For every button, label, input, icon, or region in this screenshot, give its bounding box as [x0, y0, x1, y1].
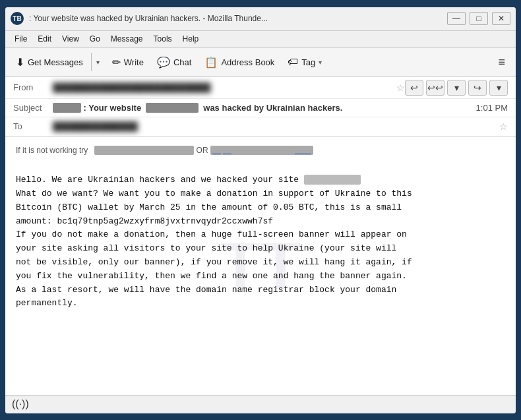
actions-dropdown[interactable]: ▾ [489, 80, 508, 96]
menu-file[interactable]: File [9, 33, 32, 45]
menu-help[interactable]: Help [177, 33, 204, 45]
email-text-body: What do we want? We want you to make a d… [16, 189, 412, 308]
get-messages-label: Get Messages [28, 57, 83, 67]
close-button[interactable]: ✕ [492, 12, 510, 25]
window-title: : Your website was hacked by Ukrainian h… [29, 14, 447, 23]
email-content: Hello. We are Ukrainian hackers and we h… [16, 160, 505, 325]
chat-button[interactable]: 💬 Chat [152, 53, 197, 71]
to-star-icon[interactable]: ☆ [499, 121, 508, 132]
subject-middle-redacted: ████████ [146, 103, 199, 113]
tag-dropdown-icon: ▾ [319, 59, 322, 66]
from-row: From ██████████████████████████ ☆ ↩ ↩↩ ▾… [5, 77, 516, 99]
toolbar: ⬇ Get Messages ▾ ✏ Write 💬 Chat 📋 Addres… [5, 48, 516, 77]
write-button[interactable]: ✏ Write [107, 53, 149, 71]
get-messages-dropdown[interactable]: ▾ [91, 53, 104, 71]
app-icon: TB [11, 12, 24, 25]
tag-label: Tag [301, 57, 315, 67]
reply-all-button[interactable]: ↩↩ [426, 80, 444, 96]
site-redacted: ██████████ [304, 175, 361, 185]
window-controls: — □ ✕ [447, 12, 510, 25]
from-label: From [13, 82, 53, 92]
hamburger-menu-button[interactable]: ≡ [493, 53, 510, 72]
email-text-line1: Hello. We are Ukrainian hackers and we h… [16, 175, 304, 185]
app-icon-label: TB [13, 15, 21, 22]
email-preheader: If it is not working try http://████████… [16, 144, 505, 156]
address-book-button[interactable]: 📋 Address Book [199, 53, 280, 71]
subject-value: ████ : Your website ████████ was hacked … [53, 103, 476, 113]
menu-message[interactable]: Message [106, 33, 148, 45]
menu-tools[interactable]: Tools [148, 33, 177, 45]
reply-button[interactable]: ↩ [405, 80, 423, 96]
preheader-text-1: If it is not working try [16, 146, 92, 155]
preheader-or: OR [197, 146, 210, 155]
reply-buttons: ↩ ↩↩ ▾ ↪ ▾ [405, 80, 508, 96]
email-headers: From ██████████████████████████ ☆ ↩ ↩↩ ▾… [5, 77, 516, 136]
subject-label: Subject [13, 103, 53, 113]
menu-view[interactable]: View [57, 33, 84, 45]
titlebar: TB : Your website was hacked by Ukrainia… [5, 7, 516, 31]
more-actions-dropdown[interactable]: ▾ [447, 80, 466, 96]
menubar: File Edit View Go Message Tools Help [5, 31, 516, 48]
write-icon: ✏ [112, 56, 121, 69]
get-messages-button[interactable]: ⬇ Get Messages [11, 53, 88, 71]
email-body-wrapper: TT If it is not working try http://█████… [5, 136, 516, 395]
subject-redacted: ████ [53, 103, 81, 113]
preheader-link2-redacted: http://███████████.com [210, 146, 313, 155]
address-book-icon: 📋 [204, 56, 218, 69]
to-label: To [13, 121, 53, 131]
from-star-icon[interactable]: ☆ [396, 82, 405, 93]
from-value: ██████████████████████████ [53, 82, 391, 92]
chat-label: Chat [173, 57, 191, 67]
subject-prefix: : Your website [83, 103, 141, 113]
to-value: ██████████████ [53, 121, 494, 131]
preheader-link1-redacted: http://███████████.xyz [94, 146, 194, 155]
statusbar: ((·)) [5, 395, 516, 413]
menu-edit[interactable]: Edit [32, 33, 57, 45]
menu-go[interactable]: Go [84, 33, 106, 45]
email-time: 1:01 PM [476, 103, 508, 113]
to-row: To ██████████████ ☆ [5, 117, 516, 136]
preheader-link2[interactable]: http://███████████.com [210, 146, 313, 155]
minimize-button[interactable]: — [447, 12, 466, 25]
forward-button[interactable]: ↪ [468, 80, 487, 96]
tag-icon: 🏷 [288, 56, 298, 68]
get-messages-icon: ⬇ [16, 56, 24, 69]
connection-status-icon: ((·)) [12, 398, 29, 410]
write-label: Write [124, 57, 144, 67]
subject-suffix: was hacked by Ukrainian hackers. [203, 103, 342, 113]
main-window: TB : Your website was hacked by Ukrainia… [4, 6, 517, 415]
chat-icon: 💬 [157, 56, 170, 69]
email-body: If it is not working try http://████████… [5, 136, 516, 333]
address-book-label: Address Book [221, 57, 274, 67]
subject-row: Subject ████ : Your website ████████ was… [5, 99, 516, 117]
maximize-button[interactable]: □ [470, 12, 488, 25]
tag-button[interactable]: 🏷 Tag ▾ [282, 53, 327, 71]
